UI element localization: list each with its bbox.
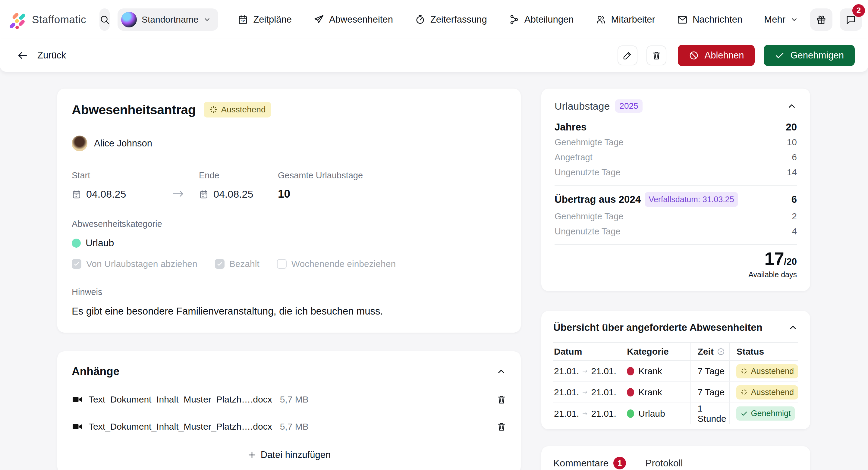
reject-button[interactable]: Ablehnen [678, 45, 755, 66]
envelope-icon [677, 14, 688, 25]
start-label: Start [72, 170, 172, 181]
vacation-days-card: Urlaubstage 2025 Jahres 20 Genehmigte Ta… [541, 89, 810, 291]
category-dot-krank [627, 367, 634, 375]
carryover-row: Übertrag aus 2024 Verfallsdatum: 31.03.2… [555, 192, 797, 207]
toolbar-actions: Ablehnen Genehmigen [618, 45, 855, 66]
table-row[interactable]: 21.01.21.01. Krank 7 Tage Ausstehend [553, 382, 798, 403]
delete-button[interactable] [647, 45, 666, 65]
nav-label: Nachrichten [692, 14, 742, 25]
table-row[interactable]: 21.01.21.01. Krank 7 Tage Ausstehend [553, 361, 798, 382]
arrow-left-icon [17, 50, 28, 61]
checkbox-checked[interactable] [215, 259, 224, 269]
gift-icon [816, 14, 827, 25]
col-kategorie: Kategorie [620, 343, 690, 361]
start-date: 04.08.25 [72, 188, 172, 200]
trash-icon [652, 51, 661, 60]
brand-logo[interactable]: Staffomatic [9, 10, 86, 29]
help-circle-icon[interactable]: ? [717, 347, 725, 356]
nav-item-abwesenheiten[interactable]: Abwesenheiten [313, 14, 393, 25]
chevron-up-icon[interactable] [788, 322, 798, 333]
status-badge-pending: Ausstehend [736, 385, 798, 400]
attachments-card: Anhänge Text_Dokument_Inhalt_Muster_Plat… [57, 351, 521, 470]
option-include-weekend[interactable]: Wochenende einbeziehen [277, 259, 396, 269]
reject-label: Ablehnen [704, 50, 744, 61]
trash-icon[interactable] [497, 395, 506, 404]
tab-label: Kommentare [553, 458, 609, 469]
vacation-annual-row: Jahres 20 [555, 122, 797, 132]
option-deduct-from-vacation[interactable]: Von Urlaubstagen abziehen [72, 259, 197, 269]
nav-item-nachrichten[interactable]: Nachrichten [677, 14, 742, 25]
table-row[interactable]: 21.01.21.01. Urlaub 1 Stunde Genehmigt [553, 403, 798, 424]
dates-row: Start 04.08.25 [72, 170, 506, 200]
category-label: Abwesenheitskategorie [72, 219, 506, 229]
status-badge-pending: Ausstehend [736, 364, 798, 378]
nav-item-mitarbeiter[interactable]: Mitarbeiter [595, 14, 655, 25]
total-days-label: Gesamte Urlaubstage [278, 170, 363, 181]
status-badge-pending: Ausstehend [204, 102, 271, 118]
annual-value: 20 [786, 122, 797, 132]
note-section: Hinweis Es gibt eine besondere Familienv… [72, 287, 506, 317]
nav-item-abteilungen[interactable]: Abteilungen [509, 14, 574, 25]
plus-icon [247, 450, 256, 460]
chevron-up-icon[interactable] [786, 101, 797, 111]
nav-item-zeiterfassung[interactable]: Zeiterfassung [415, 14, 487, 25]
tab-kommentare[interactable]: Kommentare 1 [553, 457, 626, 469]
year-badge: 2025 [615, 99, 642, 113]
attachment-size: 5,7 MB [280, 421, 309, 432]
chevron-up-icon[interactable] [496, 366, 506, 377]
col-status: Status [730, 343, 798, 361]
location-selector[interactable]: Standortname [118, 8, 218, 31]
tab-label: Protokoll [645, 458, 683, 469]
options-row: Von Urlaubstagen abziehen Bezahlt Wochen… [72, 259, 506, 269]
search-button[interactable] [99, 8, 110, 31]
nav-item-mehr[interactable]: Mehr [764, 14, 798, 25]
gift-button[interactable] [810, 8, 832, 31]
chat-button[interactable]: 2 [840, 8, 862, 31]
people-icon [595, 14, 607, 25]
col-datum: Datum [553, 343, 620, 361]
carryover-value: 6 [792, 194, 797, 205]
option-paid[interactable]: Bezahlt [215, 259, 259, 269]
attachment-name[interactable]: Text_Dokument_Inhalt_Muster_Platzh….docx [89, 421, 272, 432]
vacation-row: Genehmigte Tage 10 [555, 137, 797, 148]
nav-label: Zeitpläne [253, 14, 292, 25]
end-date: 04.08.25 [199, 188, 273, 200]
spinner-icon [209, 105, 218, 114]
edit-button[interactable] [618, 45, 638, 65]
checkbox-unchecked[interactable] [277, 259, 287, 269]
checkbox-checked[interactable] [72, 259, 82, 269]
tab-protokoll[interactable]: Protokoll [645, 458, 683, 469]
page-toolbar: Zurück Ablehnen [0, 39, 868, 72]
category-color-dot [72, 239, 81, 248]
video-file-icon [72, 394, 83, 405]
category-name: Urlaub [86, 238, 114, 249]
nav-label: Mitarbeiter [611, 14, 655, 25]
nav-item-zeitplaene[interactable]: 12 Zeitpläne [238, 14, 292, 25]
attachment-row[interactable]: Text_Dokument_Inhalt_Muster_Platzh….docx… [72, 394, 506, 405]
nav-label: Abwesenheiten [329, 14, 393, 25]
page-title: Abwesenheitsantrag [72, 102, 196, 117]
status-label: Ausstehend [221, 105, 266, 115]
add-file-button[interactable]: Datei hinzufügen [72, 449, 506, 460]
option-label: Von Urlaubstagen abziehen [86, 259, 197, 269]
navbar-right-cluster: 2 [810, 8, 868, 31]
chevron-down-icon [203, 15, 211, 24]
attachment-row[interactable]: Text_Dokument_Inhalt_Muster_Platzh….docx… [72, 421, 506, 432]
back-button[interactable]: Zurück [17, 50, 66, 61]
employee-avatar [72, 135, 87, 151]
attachments-title: Anhänge [72, 365, 119, 378]
vacation-title: Urlaubstage [555, 100, 610, 112]
note-label: Hinweis [72, 287, 506, 297]
divider [555, 185, 797, 186]
available-days-value: 17 [764, 249, 784, 269]
calendar-icon [72, 189, 82, 199]
video-file-icon [72, 421, 83, 432]
calendar-icon: 12 [238, 14, 248, 25]
attachment-name[interactable]: Text_Dokument_Inhalt_Muster_Platzh….docx [89, 395, 272, 405]
back-label: Zurück [37, 50, 66, 61]
end-label: Ende [199, 170, 273, 181]
approve-button[interactable]: Genehmigen [764, 45, 855, 66]
trash-icon[interactable] [497, 422, 506, 432]
category-section: Abwesenheitskategorie Urlaub Von Urlaubs… [72, 219, 506, 269]
attachment-size: 5,7 MB [280, 395, 309, 405]
